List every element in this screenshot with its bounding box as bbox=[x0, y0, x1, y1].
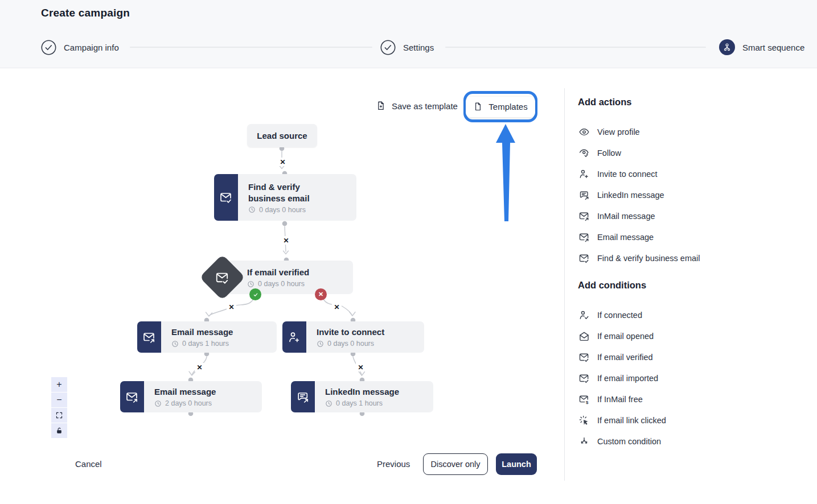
condition-item-if-email-imported[interactable]: If email imported bbox=[578, 367, 806, 389]
node-title: Invite to connect bbox=[317, 327, 384, 338]
node-title: Lead source bbox=[257, 131, 307, 141]
lock-icon bbox=[55, 427, 63, 435]
envelope-arrow-icon bbox=[578, 210, 590, 222]
node-delay: 0 days 0 hours bbox=[317, 340, 384, 348]
action-item-invite-to-connect[interactable]: Invite to connect bbox=[578, 163, 806, 184]
node-delay: 2 days 0 hours bbox=[154, 399, 216, 407]
branch-fail-icon: ✕ bbox=[315, 288, 327, 300]
node-email-message-2[interactable]: Email message 2 days 0 hours bbox=[120, 381, 262, 412]
chat-arrow-icon bbox=[578, 189, 590, 201]
node-title: LinkedIn message bbox=[325, 386, 399, 398]
canvas-zoom-panel: + − bbox=[51, 377, 67, 438]
action-item-follow[interactable]: Follow bbox=[578, 142, 806, 163]
branch-success-icon bbox=[249, 288, 261, 300]
node-linkedin-message[interactable]: LinkedIn message 0 days 1 hours bbox=[291, 381, 433, 412]
condition-item-if-email-verified[interactable]: If email verified bbox=[578, 346, 806, 367]
previous-button[interactable]: Previous bbox=[377, 459, 410, 469]
condition-item-if-inmail-free[interactable]: If InMail free bbox=[578, 389, 806, 410]
envelope-open-icon bbox=[578, 331, 590, 342]
branch-icon bbox=[578, 436, 590, 447]
envelope-arrow-icon bbox=[137, 321, 161, 353]
envelope-check-icon bbox=[215, 270, 230, 285]
lock-button[interactable] bbox=[51, 423, 67, 438]
envelope-check-icon bbox=[214, 174, 238, 221]
step-done-icon bbox=[380, 40, 396, 55]
smart-sequence-icon bbox=[719, 39, 735, 55]
conditions-list: If connected If email opened If email ve… bbox=[578, 304, 806, 452]
node-delay: 0 days 1 hours bbox=[325, 399, 399, 407]
step-connector bbox=[445, 47, 706, 48]
node-title: Email message bbox=[154, 386, 216, 398]
envelope-arrow-icon bbox=[120, 381, 144, 412]
cancel-button[interactable]: Cancel bbox=[75, 459, 102, 469]
discover-only-button[interactable]: Discover only bbox=[423, 453, 488, 475]
remove-edge-icon[interactable]: ✕ bbox=[356, 363, 366, 371]
add-actions-sidebar: Add actions View profile Follow Invite t… bbox=[578, 97, 806, 452]
remove-edge-icon[interactable]: ✕ bbox=[227, 303, 236, 311]
eye-icon bbox=[578, 126, 590, 138]
condition-item-if-email-link-clicked[interactable]: If email link clicked bbox=[578, 410, 806, 431]
document-icon bbox=[473, 102, 483, 111]
zoom-out-button[interactable]: − bbox=[51, 393, 67, 407]
remove-edge-icon[interactable]: ✕ bbox=[332, 303, 342, 311]
add-actions-title: Add actions bbox=[578, 97, 806, 108]
clock-icon bbox=[154, 400, 162, 407]
tutorial-pointer-arrow bbox=[496, 124, 515, 221]
node-find-verify-email[interactable]: Find & verify business email 0 days 0 ho… bbox=[214, 174, 356, 221]
step-campaign-info[interactable]: Campaign info bbox=[41, 39, 119, 56]
action-item-email-message[interactable]: Email message bbox=[578, 226, 806, 247]
step-done-icon bbox=[41, 40, 56, 55]
envelope-dollar-icon bbox=[578, 394, 590, 405]
step-label: Campaign info bbox=[64, 43, 119, 52]
clock-icon bbox=[325, 400, 332, 407]
cursor-click-icon bbox=[578, 415, 590, 426]
person-plus-icon bbox=[578, 168, 590, 180]
node-invite-to-connect[interactable]: Invite to connect 0 days 0 hours bbox=[282, 321, 424, 353]
step-settings[interactable]: Settings bbox=[380, 39, 434, 56]
person-plus-icon bbox=[282, 321, 306, 353]
node-title: Find & verify business email bbox=[248, 181, 315, 204]
create-campaign-page: Create campaign Campaign info Settings S… bbox=[0, 0, 817, 504]
envelope-check-icon bbox=[578, 253, 590, 264]
step-connector bbox=[130, 47, 372, 48]
save-as-template-label: Save as template bbox=[392, 101, 458, 111]
node-delay: 0 days 0 hours bbox=[248, 206, 315, 214]
node-delay: 0 days 1 hours bbox=[171, 340, 233, 348]
node-email-message-1[interactable]: Email message 0 days 1 hours bbox=[137, 321, 277, 353]
page-header: Create campaign Campaign info Settings S… bbox=[0, 0, 817, 68]
remove-edge-icon[interactable]: ✕ bbox=[195, 363, 204, 371]
envelope-check-icon bbox=[578, 373, 590, 384]
launch-button[interactable]: Launch bbox=[496, 453, 537, 475]
action-item-linkedin-message[interactable]: LinkedIn message bbox=[578, 184, 806, 205]
action-item-view-profile[interactable]: View profile bbox=[578, 121, 806, 142]
templates-highlight-box: Templates bbox=[463, 91, 537, 122]
step-smart-sequence[interactable]: Smart sequence bbox=[719, 39, 804, 56]
action-item-inmail-message[interactable]: InMail message bbox=[578, 205, 806, 226]
action-item-find-verify-email[interactable]: Find & verify business email bbox=[578, 247, 806, 268]
fit-view-button[interactable] bbox=[51, 408, 67, 423]
add-conditions-title: Add conditions bbox=[578, 280, 806, 291]
templates-label: Templates bbox=[488, 102, 527, 111]
clock-icon bbox=[317, 340, 324, 348]
remove-edge-icon[interactable]: ✕ bbox=[281, 236, 291, 245]
clock-icon bbox=[248, 206, 256, 213]
condition-item-if-connected[interactable]: If connected bbox=[578, 304, 806, 325]
chat-arrow-icon bbox=[291, 381, 315, 412]
node-title: If email verified bbox=[247, 267, 309, 278]
envelope-arrow-icon bbox=[578, 232, 590, 243]
clock-icon bbox=[247, 280, 254, 288]
actions-list: View profile Follow Invite to connect Li… bbox=[578, 121, 806, 268]
remove-edge-icon[interactable]: ✕ bbox=[278, 158, 288, 166]
zoom-in-button[interactable]: + bbox=[51, 377, 67, 392]
condition-item-custom-condition[interactable]: Custom condition bbox=[578, 431, 806, 452]
clock-icon bbox=[171, 340, 179, 348]
save-as-template-button[interactable]: Save as template bbox=[376, 101, 458, 111]
envelope-check-icon bbox=[578, 352, 590, 363]
templates-button[interactable]: Templates bbox=[466, 97, 535, 117]
node-lead-source[interactable]: Lead source bbox=[247, 124, 317, 147]
document-plus-icon bbox=[376, 101, 386, 111]
eye-check-icon bbox=[578, 147, 590, 159]
condition-item-if-email-opened[interactable]: If email opened bbox=[578, 325, 806, 346]
page-title: Create campaign bbox=[41, 7, 130, 19]
expand-icon bbox=[55, 411, 63, 419]
